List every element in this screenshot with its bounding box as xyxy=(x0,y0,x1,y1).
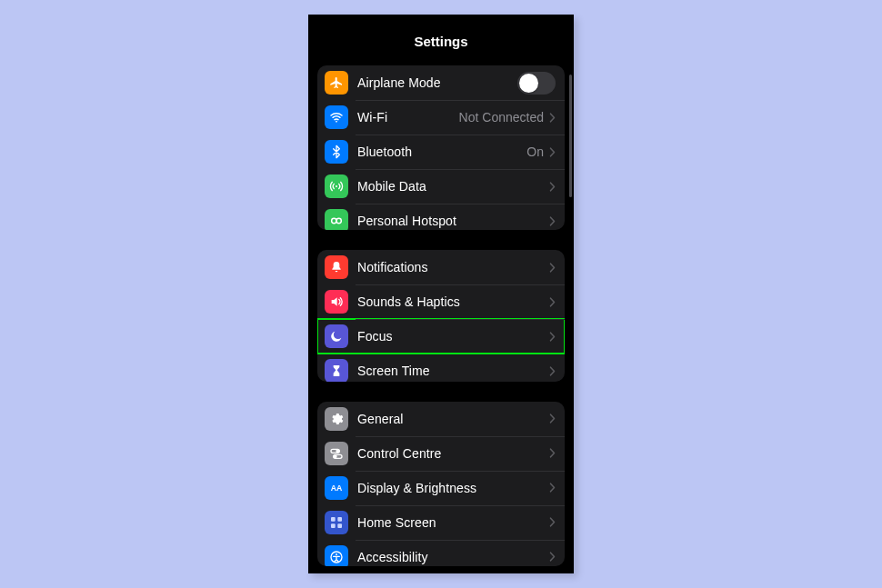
chevron-right-icon xyxy=(549,216,556,226)
speaker-icon xyxy=(325,290,348,314)
svg-rect-12 xyxy=(337,523,342,528)
settings-row-display-brightness[interactable]: AADisplay & Brightness xyxy=(317,471,565,505)
moon-icon xyxy=(325,324,348,348)
svg-point-1 xyxy=(336,185,337,187)
row-label: Focus xyxy=(357,329,549,344)
settings-row-personal-hotspot[interactable]: Personal Hotspot xyxy=(317,204,565,230)
svg-point-5 xyxy=(336,450,339,453)
row-label: Mobile Data xyxy=(357,179,549,194)
page-title: Settings xyxy=(414,34,467,49)
row-label: Airplane Mode xyxy=(357,75,517,90)
wifi-icon xyxy=(325,105,348,129)
settings-row-wifi[interactable]: Wi-FiNot Connected xyxy=(317,100,565,135)
settings-row-accessibility[interactable]: Accessibility xyxy=(317,540,565,566)
settings-row-general[interactable]: General xyxy=(317,402,565,436)
settings-row-airplane-mode[interactable]: Airplane Mode xyxy=(317,65,565,100)
chevron-right-icon xyxy=(549,483,556,493)
bluetooth-icon xyxy=(325,140,348,164)
settings-group: Airplane ModeWi-FiNot ConnectedBluetooth… xyxy=(317,65,565,230)
svg-point-3 xyxy=(336,218,341,223)
row-label: Wi-Fi xyxy=(357,110,459,125)
settings-row-screen-time[interactable]: Screen Time xyxy=(317,354,565,382)
settings-row-home-screen[interactable]: Home Screen xyxy=(317,505,565,540)
svg-rect-10 xyxy=(337,517,342,522)
chevron-right-icon xyxy=(549,517,556,527)
svg-text:AA: AA xyxy=(331,483,343,493)
scroll-indicator xyxy=(569,75,572,197)
bell-icon xyxy=(325,255,348,279)
svg-point-14 xyxy=(336,553,337,555)
row-value: On xyxy=(526,145,544,159)
row-label: Accessibility xyxy=(357,550,549,564)
settings-row-bluetooth[interactable]: BluetoothOn xyxy=(317,135,565,169)
settings-list[interactable]: Airplane ModeWi-FiNot ConnectedBluetooth… xyxy=(308,58,574,573)
chevron-right-icon xyxy=(549,332,556,342)
svg-point-0 xyxy=(336,121,337,123)
hourglass-icon xyxy=(325,359,348,382)
chevron-right-icon xyxy=(549,366,556,376)
svg-rect-9 xyxy=(331,517,336,522)
row-label: Screen Time xyxy=(357,364,549,378)
antenna-icon xyxy=(325,174,348,198)
chevron-right-icon xyxy=(549,182,556,192)
chevron-right-icon xyxy=(549,448,556,458)
settings-row-mobile-data[interactable]: Mobile Data xyxy=(317,169,565,204)
row-label: General xyxy=(357,412,549,426)
chevron-right-icon xyxy=(549,113,556,123)
hotspot-icon xyxy=(325,209,348,230)
row-label: Control Centre xyxy=(357,446,549,461)
settings-group: NotificationsSounds & HapticsFocusScreen… xyxy=(317,250,565,382)
nav-bar: Settings xyxy=(308,15,574,58)
aa-icon: AA xyxy=(325,476,348,500)
row-label: Sounds & Haptics xyxy=(357,294,549,309)
chevron-right-icon xyxy=(549,263,556,273)
settings-row-sounds-haptics[interactable]: Sounds & Haptics xyxy=(317,284,565,319)
chevron-right-icon xyxy=(549,297,556,307)
svg-rect-11 xyxy=(331,523,336,528)
access-icon xyxy=(325,545,348,566)
row-label: Personal Hotspot xyxy=(357,214,549,228)
settings-screen: Settings Airplane ModeWi-FiNot Connected… xyxy=(308,15,574,573)
settings-row-focus[interactable]: Focus xyxy=(317,319,565,354)
row-label: Notifications xyxy=(357,260,549,274)
airplane-icon xyxy=(325,71,348,95)
gear-icon xyxy=(325,407,348,431)
settings-row-control-centre[interactable]: Control Centre xyxy=(317,436,565,471)
row-label: Home Screen xyxy=(357,515,549,530)
svg-point-7 xyxy=(334,455,336,458)
toggle-knob xyxy=(519,74,538,93)
row-value: Not Connected xyxy=(459,110,544,125)
chevron-right-icon xyxy=(549,147,556,157)
row-label: Bluetooth xyxy=(357,145,526,159)
airplane-mode-toggle[interactable] xyxy=(517,72,556,95)
row-label: Display & Brightness xyxy=(357,481,549,495)
svg-point-2 xyxy=(332,218,336,223)
chevron-right-icon xyxy=(549,552,556,562)
settings-group: GeneralControl CentreAADisplay & Brightn… xyxy=(317,402,565,566)
chevron-right-icon xyxy=(549,414,556,424)
switches-icon xyxy=(325,442,348,465)
settings-row-notifications[interactable]: Notifications xyxy=(317,250,565,284)
grid-icon xyxy=(325,511,348,534)
